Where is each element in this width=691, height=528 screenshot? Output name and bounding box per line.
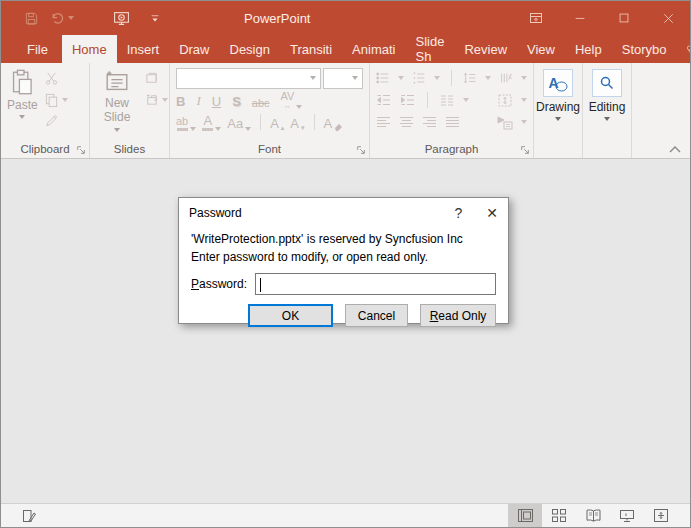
dialog-buttons: OK Cancel Read Only [191,304,496,327]
highlight-button[interactable]: ab [176,113,196,131]
bullets-icon[interactable] [376,71,390,85]
clipboard-small-buttons [44,67,68,128]
layout-button[interactable] [144,71,168,86]
bold-button[interactable]: B [176,91,185,109]
tell-me-box[interactable]: Tell me [677,35,691,63]
drawing-button[interactable]: A Drawing [534,67,582,123]
paste-button[interactable]: Paste [1,67,44,128]
ok-button[interactable]: OK [248,304,333,327]
tab-draw[interactable]: Draw [169,35,219,63]
paste-icon [10,69,34,95]
tab-animations[interactable]: Animati [342,35,405,63]
justify-icon[interactable] [445,116,460,129]
slide-show-button[interactable] [610,504,644,527]
strikethrough-button[interactable]: abc [252,91,270,109]
normal-view-button[interactable] [508,504,542,527]
decrease-indent-icon[interactable] [376,93,392,107]
maximize-icon[interactable] [602,1,646,35]
customize-qat-icon[interactable] [141,1,169,35]
format-painter-button[interactable] [44,113,68,128]
window-title: PowerPoint [244,1,310,35]
change-case-button[interactable]: Aa [227,113,251,131]
editing-button[interactable]: Editing [583,67,631,123]
reset-dropdown-icon [162,98,168,102]
font-color-button[interactable]: A [202,113,221,131]
notes-pen-icon[interactable] [21,508,37,524]
align-center-icon[interactable] [399,116,414,129]
font-size-dropdown-icon [352,76,358,80]
font-size-combobox[interactable] [323,68,363,89]
undo-dropdown-icon[interactable] [68,16,74,20]
copy-button[interactable] [44,92,68,107]
underline-button[interactable]: U [212,91,221,109]
tab-home[interactable]: Home [62,35,117,63]
columns-dropdown-icon[interactable] [463,98,469,102]
character-spacing-dropdown-icon [296,105,302,109]
minimize-icon[interactable] [558,1,602,35]
undo-button[interactable] [45,1,79,35]
read-only-button[interactable]: Read Only [420,304,496,327]
paragraph-dialog-launcher-icon[interactable] [520,145,530,155]
line-spacing-icon[interactable] [463,71,477,85]
font-dialog-launcher-icon[interactable] [356,145,366,155]
align-right-icon[interactable] [422,116,437,129]
character-spacing-button[interactable]: AV↔ [281,91,303,109]
columns-icon[interactable] [439,93,455,107]
tab-storyboarding[interactable]: Storybo [612,35,677,63]
new-slide-button[interactable]: New Slide [90,67,144,134]
font-name-combobox[interactable] [176,68,321,89]
italic-button[interactable]: I [196,91,200,109]
tab-view[interactable]: View [517,35,565,63]
collapse-ribbon-icon[interactable] [668,144,682,154]
increase-indent-icon[interactable] [400,93,416,107]
decrease-font-size-button[interactable]: A▾ [290,113,304,131]
cut-button[interactable] [44,71,68,86]
numbering-dropdown-icon[interactable] [434,76,440,80]
line-spacing-dropdown-icon[interactable] [485,76,491,80]
smartart-dropdown-icon[interactable] [521,120,527,124]
tab-transitions[interactable]: Transiti [280,35,342,63]
reading-view-button[interactable] [576,504,610,527]
dialog-title: Password [189,206,242,220]
tab-file[interactable]: File [13,35,62,63]
drawing-group-spacer [534,140,582,158]
tab-slide-show[interactable]: Slide Sh [405,35,454,63]
dialog-help-button[interactable]: ? [454,205,462,221]
cancel-button[interactable]: Cancel [345,304,408,327]
dialog-close-icon[interactable]: ✕ [486,205,498,221]
title-bar[interactable]: PowerPoint [1,1,690,35]
text-direction-dropdown-icon[interactable] [521,76,527,80]
increase-font-size-button[interactable]: A▴ [270,113,284,131]
fit-to-window-button[interactable] [644,504,678,527]
separator [260,114,261,130]
align-left-icon[interactable] [376,116,391,129]
clipboard-dialog-launcher-icon[interactable] [76,145,86,155]
group-paragraph: Paragraph [370,63,534,158]
tab-help[interactable]: Help [565,35,612,63]
align-text-dropdown-icon[interactable] [521,98,527,102]
group-editing: Editing [583,63,632,158]
start-slideshow-icon[interactable] [101,1,141,35]
bullets-dropdown-icon[interactable] [398,76,404,80]
new-slide-icon [103,69,131,93]
close-icon[interactable] [646,1,690,35]
dialog-title-bar[interactable]: Password ? ✕ [179,198,508,227]
align-text-icon[interactable] [497,93,513,108]
text-direction-icon[interactable] [499,71,513,85]
tab-insert[interactable]: Insert [117,35,170,63]
reset-slide-button[interactable] [144,92,168,107]
view-buttons [508,504,678,527]
tab-review[interactable]: Review [454,35,517,63]
font-group-label: Font [170,140,369,158]
slide-sorter-button[interactable] [542,504,576,527]
tab-design[interactable]: Design [220,35,280,63]
normal-view-icon [517,508,534,523]
save-icon[interactable] [17,1,45,35]
convert-to-smartart-icon[interactable] [496,115,513,130]
reset-slide-icon [144,92,159,107]
ribbon-display-options-icon[interactable] [514,1,558,35]
text-shadow-button[interactable]: S [232,91,241,109]
numbering-icon[interactable] [412,71,426,85]
password-input[interactable] [255,273,496,295]
clear-formatting-button[interactable]: A [324,113,345,131]
